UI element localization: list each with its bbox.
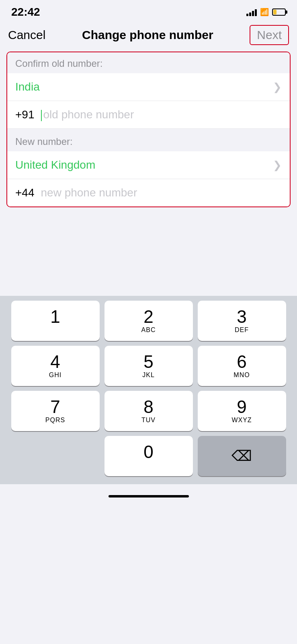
keyboard-row-4: 0 ⌫ [3, 436, 294, 476]
battery-icon [272, 8, 286, 16]
new-country-row[interactable]: United Kingdom ❯ [7, 151, 290, 179]
old-phone-row[interactable]: +91 old phone number [7, 101, 290, 129]
form-container: Confirm old number: India ❯ +91 old phon… [6, 52, 291, 207]
keyboard-row-1: 1 2 ABC 3 DEF [3, 301, 294, 341]
new-phone-field: +44 new phone number [15, 186, 282, 199]
cancel-button[interactable]: Cancel [8, 28, 45, 42]
text-cursor [41, 110, 42, 121]
key-5[interactable]: 5 JKL [104, 346, 193, 386]
key-2[interactable]: 2 ABC [104, 301, 193, 341]
old-phone-code: +91 [15, 108, 35, 121]
home-bar [109, 495, 189, 497]
delete-icon: ⌫ [231, 448, 252, 464]
keyboard-row-3: 7 PQRS 8 TUV 9 WXYZ [3, 391, 294, 431]
keyboard-row-2: 4 GHI 5 JKL 6 MNO [3, 346, 294, 386]
key-1[interactable]: 1 [11, 301, 100, 341]
empty-area [0, 207, 297, 296]
old-phone-input[interactable]: old phone number [41, 108, 282, 121]
new-phone-row[interactable]: +44 new phone number [7, 179, 290, 206]
key-empty-left [11, 436, 100, 476]
key-8[interactable]: 8 TUV [104, 391, 193, 431]
key-0[interactable]: 0 [104, 436, 193, 476]
key-9[interactable]: 9 WXYZ [198, 391, 286, 431]
old-country-label: India [15, 80, 40, 93]
old-country-chevron-icon: ❯ [273, 81, 282, 93]
new-country-label: United Kingdom [15, 159, 95, 171]
old-phone-field: +91 old phone number [15, 108, 282, 121]
wifi-icon: 📶 [260, 8, 269, 17]
new-phone-input[interactable]: new phone number [41, 186, 282, 199]
home-indicator [0, 484, 297, 504]
keyboard: 1 2 ABC 3 DEF 4 GHI 5 JKL 6 MNO 7 PQRS [0, 296, 297, 484]
delete-button[interactable]: ⌫ [198, 436, 286, 476]
status-icons: 📶 [246, 8, 286, 17]
key-4[interactable]: 4 GHI [11, 346, 100, 386]
key-7[interactable]: 7 PQRS [11, 391, 100, 431]
new-country-chevron-icon: ❯ [273, 159, 282, 171]
signal-icon [246, 8, 257, 16]
battery-level [273, 10, 277, 14]
key-6[interactable]: 6 MNO [198, 346, 286, 386]
status-time: 22:42 [11, 6, 40, 19]
new-section-header: New number: [7, 130, 290, 151]
next-button[interactable]: Next [250, 25, 289, 45]
nav-bar: Cancel Change phone number Next [0, 22, 297, 52]
page-title: Change phone number [82, 28, 213, 42]
old-country-row[interactable]: India ❯ [7, 73, 290, 101]
new-phone-code: +44 [15, 186, 35, 199]
key-3[interactable]: 3 DEF [198, 301, 286, 341]
status-bar: 22:42 📶 [0, 0, 297, 22]
old-section-header: Confirm old number: [7, 52, 290, 73]
